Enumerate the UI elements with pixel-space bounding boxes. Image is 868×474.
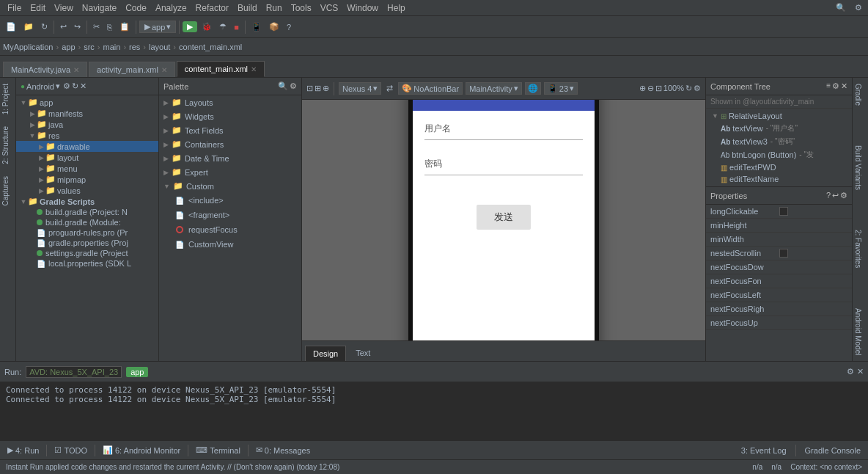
tree-item-build-gradle-module[interactable]: build.gradle (Module: (16, 217, 158, 227)
toolbar-sync[interactable]: ↻ (38, 21, 51, 33)
tree-item-gradle-properties[interactable]: 📄 gradle.properties (Proj (16, 238, 158, 248)
palette-category-containers[interactable]: ▶ 📁 Containers (159, 137, 301, 151)
tree-item-layout[interactable]: ▶ 📁 layout (16, 152, 158, 163)
tree-item-values[interactable]: ▶ 📁 values (16, 185, 158, 196)
tree-item-mipmap[interactable]: ▶ 📁 mipmap (16, 174, 158, 185)
prop-value-nestedscrolling[interactable] (779, 249, 848, 258)
toolbar-new[interactable]: 📄 (3, 21, 19, 33)
toolbar-copy[interactable]: ⎘ (104, 21, 115, 33)
canvas-orientation-btn[interactable]: ⇄ (384, 83, 395, 94)
comp-item-edittextname[interactable]: ▥ editTextName (706, 173, 852, 185)
canvas-resize-btns[interactable]: ⊡⊞⊕ (306, 84, 329, 93)
side-label-captures[interactable]: Captures (0, 170, 15, 212)
palette-category-custom[interactable]: ▼ 📁 Custom (159, 179, 301, 193)
palette-item-fragment[interactable]: 📄 <fragment> (159, 208, 301, 222)
project-gear-icon[interactable]: ⚙ (63, 81, 70, 91)
palette-category-layouts[interactable]: ▶ 📁 Layouts (159, 95, 301, 109)
menu-analyze[interactable]: Analyze (151, 1, 191, 15)
zoom-fit-btn[interactable]: ⊡ (655, 84, 662, 93)
tab-mainactivity[interactable]: MainActivity.java ✕ (3, 62, 87, 77)
bottom-tool-gradleconsole[interactable]: Gradle Console (801, 445, 865, 456)
design-tab-text[interactable]: Text (347, 345, 378, 361)
menu-help[interactable]: Help (383, 1, 410, 15)
side-label-build-variants[interactable]: Build Variants (853, 139, 868, 196)
run-button[interactable]: ▶ (183, 21, 197, 32)
nav-main[interactable]: main (103, 43, 121, 51)
tree-item-gradle-scripts[interactable]: ▼ 📁 Gradle Scripts (16, 196, 158, 207)
palette-settings-icon[interactable]: ⚙ (290, 81, 297, 91)
side-label-project[interactable]: 1: Project (0, 78, 15, 120)
toolbar-undo[interactable]: ↩ (57, 21, 70, 33)
zoom-in-btn[interactable]: ⊕ (639, 84, 646, 93)
run-bar-close-icon[interactable]: ✕ (857, 367, 864, 376)
menu-tools[interactable]: Tools (287, 1, 316, 15)
nav-file[interactable]: content_main.xml (179, 43, 242, 51)
comp-item-textview1[interactable]: Ab textView - "用户名" (706, 122, 852, 135)
toolbar-redo[interactable]: ↪ (71, 21, 84, 33)
side-label-android-model[interactable]: Android Model (853, 302, 868, 361)
tab-mainactivity-close[interactable]: ✕ (73, 66, 79, 74)
menu-code[interactable]: Code (121, 1, 151, 15)
tree-item-proguard[interactable]: 📄 proguard-rules.pro (Pr (16, 227, 158, 238)
prop-value-longclickable[interactable] (779, 207, 848, 216)
ct-close-icon[interactable]: ✕ (841, 81, 847, 91)
phone-submit-btn[interactable]: 发送 (477, 205, 531, 230)
menu-build[interactable]: Build (233, 1, 262, 15)
bottom-tool-todo[interactable]: ☑ TODO (50, 444, 92, 456)
comp-item-textview3[interactable]: Ab textView3 - "密码" (706, 135, 852, 148)
bottom-tool-messages[interactable]: ✉ 0: Messages (251, 444, 315, 456)
side-label-structure[interactable]: 2: Structure (0, 120, 15, 170)
menu-run[interactable]: Run (262, 1, 287, 15)
settings-btn[interactable]: ⚙ (852, 1, 865, 14)
comp-item-edittextpwd[interactable]: ▥ editTextPWD (706, 161, 852, 173)
search-btn[interactable]: 🔍 (833, 1, 849, 14)
menu-file[interactable]: File (3, 1, 26, 15)
bottom-tool-eventlog[interactable]: 3: Event Log (737, 445, 791, 456)
tree-item-settings-gradle[interactable]: settings.gradle (Project (16, 248, 158, 258)
nav-src[interactable]: src (84, 43, 95, 51)
comp-item-btnlogon[interactable]: Ab btnLogon (Button) - "发 (706, 148, 852, 161)
menu-refactor[interactable]: Refactor (191, 1, 233, 15)
canvas-settings-btn[interactable]: ⚙ (694, 84, 701, 93)
tree-item-app[interactable]: ▼ 📁 app (16, 97, 158, 108)
palette-category-textfields[interactable]: ▶ 📁 Text Fields (159, 123, 301, 137)
menu-navigate[interactable]: Navigate (78, 1, 121, 15)
bottom-tool-terminal[interactable]: ⌨ Terminal (191, 444, 245, 456)
project-dropdown[interactable]: ● Android ▾ (21, 81, 60, 91)
side-label-favorites[interactable]: 2: Favorites (853, 224, 868, 274)
tree-item-menu[interactable]: ▶ 📁 menu (16, 163, 158, 174)
props-undo-icon[interactable]: ↩ (832, 191, 839, 200)
debug-button[interactable]: 🐞 (199, 21, 215, 33)
prop-checkbox-longclickable[interactable] (779, 207, 788, 216)
project-sync-icon[interactable]: ↻ (72, 81, 78, 91)
palette-category-expert[interactable]: ▶ 📁 Expert (159, 165, 301, 179)
nav-layout[interactable]: layout (149, 43, 170, 51)
tree-item-res[interactable]: ▼ 📁 res (16, 130, 158, 141)
tree-item-java[interactable]: ▶ 📁 java (16, 119, 158, 130)
nav-app[interactable]: app (62, 43, 75, 51)
tree-item-build-gradle-project[interactable]: build.gradle (Project: N (16, 207, 158, 217)
tab-activity-main[interactable]: activity_main.xml ✕ (89, 62, 175, 77)
toolbar-paste[interactable]: 📋 (117, 21, 133, 33)
tree-item-manifests[interactable]: ▶ 📁 manifests (16, 108, 158, 119)
comp-item-relativelayout[interactable]: ▼ ⊞ RelativeLayout (706, 110, 852, 122)
device-dropdown[interactable]: Nexus 4 ▾ (339, 82, 381, 95)
palette-item-requestfocus[interactable]: requestFocus (159, 222, 301, 237)
run-app-label[interactable]: app (126, 367, 148, 377)
palette-category-datetime[interactable]: ▶ 📁 Date & Time (159, 151, 301, 165)
zoom-100-btn[interactable]: 100% (663, 84, 684, 93)
activity-dropdown[interactable]: MainActivity ▾ (466, 82, 522, 95)
toolbar-cut[interactable]: ✂ (90, 21, 103, 33)
toolbar-open[interactable]: 📁 (21, 21, 37, 33)
tab-activity-main-close[interactable]: ✕ (161, 66, 167, 74)
ct-settings-icon[interactable]: ⚙ (832, 81, 839, 91)
side-label-gradle[interactable]: Gradle (853, 78, 868, 112)
run-config-dropdown[interactable]: ▶app▾ (139, 21, 176, 33)
bottom-tool-monitor[interactable]: 📊 6: Android Monitor (98, 444, 185, 456)
refresh-btn[interactable]: ↻ (685, 84, 692, 93)
tab-content-main-close[interactable]: ✕ (251, 65, 257, 73)
avd-button[interactable]: 📱 (249, 21, 265, 33)
bottom-tool-run[interactable]: ▶ 4: Run (3, 444, 43, 456)
run-bar-settings-icon[interactable]: ⚙ (847, 367, 854, 376)
tab-content-main[interactable]: content_main.xml ✕ (177, 61, 265, 77)
